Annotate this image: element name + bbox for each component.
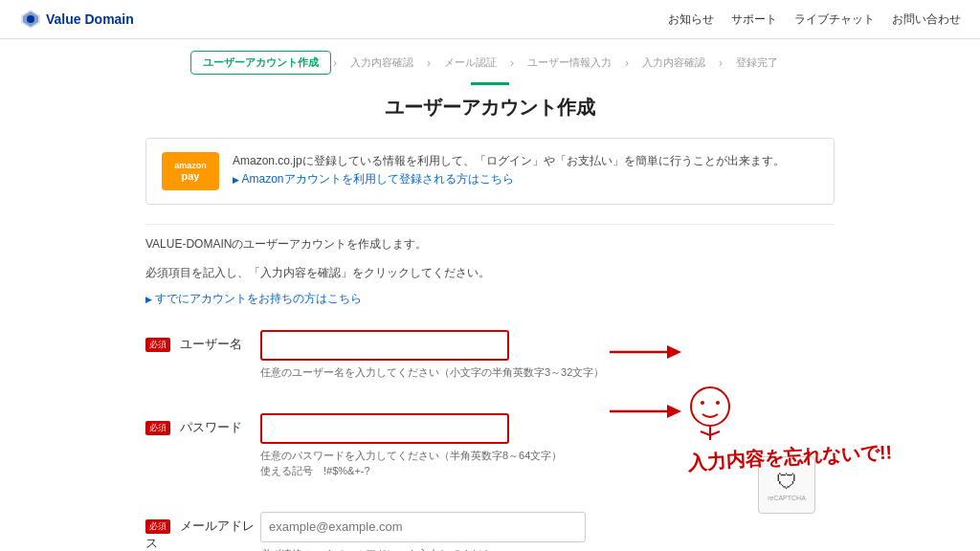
step-arrow-1: › [333, 56, 337, 70]
username-label-text: ユーザー名 [180, 337, 242, 351]
amazon-pay-description: Amazon.co.jpに登録している情報を利用して、「ログイン」や「お支払い」… [233, 154, 785, 167]
step-6: 登録完了 [724, 52, 790, 74]
pay-text: pay [182, 170, 200, 182]
step-arrow-4: › [625, 56, 629, 70]
nav-support[interactable]: サポート [731, 11, 777, 28]
main-content: amazon pay Amazon.co.jpに登録している情報を利用して、「ロ… [126, 138, 854, 551]
step-arrow-2: › [427, 56, 431, 70]
email-input-col: 必ず連絡のつくメールアドレスを入力してください。 [260, 512, 835, 551]
username-hint: 任意のユーザー名を入力してください（小文字の半角英数字3～32文字） [260, 366, 604, 378]
password-input-col: 任意のパスワードを入力してください（半角英数字8～64文字） 使える記号 !#$… [260, 413, 835, 479]
form-wrapper: 必須 ユーザー名 任意のユーザー名を入力してください（小文字の半角英数字3～32… [145, 320, 835, 551]
step-2: 入力内容確認 [339, 52, 425, 74]
header-nav: お知らせ サポート ライブチャット お問い合わせ [668, 11, 961, 28]
amazon-pay-desc: Amazon.co.jpに登録している情報を利用して、「ログイン」や「お支払い」… [233, 152, 785, 188]
step-3: メール認証 [433, 52, 508, 74]
step-4: ユーザー情報入力 [516, 52, 623, 74]
amazon-pay-link[interactable]: Amazonアカウントを利用して登録される方はこちら [233, 172, 514, 186]
password-required-badge: 必須 [145, 421, 170, 435]
amazon-pay-box: amazon pay Amazon.co.jpに登録している情報を利用して、「ロ… [145, 138, 835, 205]
progress-line [471, 82, 509, 85]
form-section: 必須 ユーザー名 任意のユーザー名を入力してください（小文字の半角英数字3～32… [145, 320, 835, 551]
password-label-col: 必須 パスワード [145, 413, 260, 436]
amazon-pay-logo: amazon pay [162, 152, 219, 190]
password-input[interactable] [260, 413, 509, 444]
nav-contact[interactable]: お問い合わせ [892, 11, 961, 28]
password-row: 必須 パスワード 任意のパスワードを入力してください（半角英数字8～64文字） … [145, 404, 835, 489]
steps-bar: ユーザーアカウント作成 › 入力内容確認 › メール認証 › ユーザー情報入力 … [0, 39, 980, 82]
recaptcha-text: reCAPTCHA [768, 495, 806, 501]
username-required-badge: 必須 [145, 338, 170, 352]
form-desc-1: VALUE-DOMAINのユーザーアカウントを作成します。 [145, 234, 835, 255]
logo-text: Value Domain [46, 11, 134, 27]
header: Value Domain お知らせ サポート ライブチャット お問い合わせ [0, 0, 980, 39]
form-desc-2: 必須項目を記入し、「入力内容を確認」をクリックしてください。 [145, 263, 835, 284]
password-hint-1: 任意のパスワードを入力してください（半角英数字8～64文字） [260, 450, 562, 461]
username-input-col: 任意のユーザー名を入力してください（小文字の半角英数字3～32文字） [260, 330, 835, 381]
password-hint-2: 使える記号 !#$%&+-? [260, 465, 370, 476]
page-title: ユーザーアカウント作成 [0, 95, 980, 121]
logo-icon [19, 8, 42, 31]
step-5: 入力内容確認 [631, 52, 717, 74]
already-account-link[interactable]: すでにアカウントをお持ちの方はこちら [145, 292, 362, 305]
nav-announcements[interactable]: お知らせ [668, 11, 714, 28]
email-row: 必須 メールアドレス 必ず連絡のつくメールアドレスを入力してください。 [145, 502, 835, 551]
logo: Value Domain [19, 8, 134, 31]
divider-1 [145, 224, 835, 225]
step-1: ユーザーアカウント作成 [190, 51, 331, 75]
recaptcha-placeholder: 🛡 reCAPTCHA [758, 456, 815, 514]
amazon-text: amazon [174, 161, 207, 170]
username-label-col: 必須 ユーザー名 [145, 330, 260, 353]
svg-point-2 [27, 15, 34, 23]
password-label-text: パスワード [180, 420, 242, 434]
email-label-col: 必須 メールアドレス [145, 512, 260, 551]
username-row: 必須 ユーザー名 任意のユーザー名を入力してください（小文字の半角英数字3～32… [145, 320, 835, 390]
step-arrow-5: › [719, 56, 723, 70]
email-input[interactable] [260, 512, 586, 542]
nav-live-chat[interactable]: ライブチャット [794, 11, 875, 28]
username-input[interactable] [260, 330, 509, 361]
email-required-badge: 必須 [145, 519, 170, 534]
step-arrow-3: › [510, 56, 514, 70]
recaptcha-icon: 🛡 [776, 470, 797, 495]
